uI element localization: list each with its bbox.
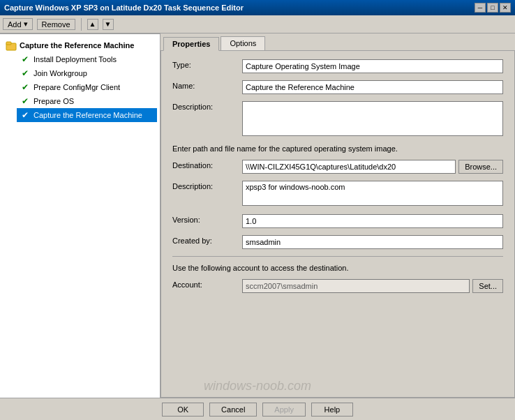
add-button[interactable]: Add ▾ xyxy=(3,18,33,30)
version-label: Version: xyxy=(172,214,242,224)
destination-control: Browse... xyxy=(242,160,503,174)
bottom-bar: windows-noob.com OK Cancel Apply Help xyxy=(0,398,515,420)
tab-content-properties: Type: Name: Description: Enter p xyxy=(161,50,515,398)
check-icon-2: ✔ xyxy=(20,82,31,93)
destination-input[interactable] xyxy=(242,160,456,174)
type-row: Type: xyxy=(172,59,503,73)
tree-item-label-3: Prepare OS xyxy=(33,97,74,105)
destination-label: Destination: xyxy=(172,160,242,170)
tab-options[interactable]: Options xyxy=(221,36,265,50)
tree-item-label-1: Join Workgroup xyxy=(33,69,87,77)
account-input[interactable] xyxy=(242,279,470,293)
check-icon-0: ✔ xyxy=(20,54,31,65)
account-control: Set... xyxy=(242,279,503,293)
title-bar: Capture Windows XP SP3 on Latitude Dx20 … xyxy=(0,0,515,15)
tree-item-label-2: Prepare ConfigMgr Client xyxy=(33,83,120,91)
check-icon-4: ✔ xyxy=(20,110,31,121)
destination-row: Destination: Browse... xyxy=(172,160,503,174)
created-by-label: Created by: xyxy=(172,235,242,245)
browse-button[interactable]: Browse... xyxy=(458,160,503,174)
description-label-top: Description: xyxy=(172,101,242,111)
info-text: Enter path and file name for the capture… xyxy=(172,144,503,153)
root-label: Capture the Reference Machine xyxy=(20,41,134,50)
cancel-button[interactable]: Cancel xyxy=(209,403,257,417)
help-button[interactable]: Help xyxy=(311,403,353,417)
type-input[interactable] xyxy=(242,59,503,73)
name-row: Name: xyxy=(172,80,503,94)
folder-icon xyxy=(6,40,17,51)
tree-item-4[interactable]: ✔ Capture the Reference Machine xyxy=(17,108,157,122)
apply-button[interactable]: Apply xyxy=(262,403,306,417)
tab-properties[interactable]: Properties xyxy=(163,37,219,51)
remove-label: Remove xyxy=(42,20,70,29)
type-label: Type: xyxy=(172,59,242,69)
description-control-top xyxy=(242,101,503,137)
tabs: Properties Options xyxy=(161,33,515,50)
remove-button[interactable]: Remove xyxy=(37,19,75,30)
tree-item-0[interactable]: ✔ Install Deployment Tools xyxy=(17,52,157,66)
description-label-2: Description: xyxy=(172,181,242,190)
version-control xyxy=(242,214,503,228)
section-divider xyxy=(172,256,503,257)
created-by-input[interactable] xyxy=(242,235,503,249)
tree-root-item[interactable]: Capture the Reference Machine xyxy=(3,38,157,52)
description-row-2: Description: xyxy=(172,181,503,207)
account-label: Account: xyxy=(172,279,242,289)
maximize-button[interactable]: □ xyxy=(487,3,498,13)
account-info-text: Use the following account to access the … xyxy=(172,264,503,272)
tree-item-2[interactable]: ✔ Prepare ConfigMgr Client xyxy=(17,80,157,94)
tree-item-1[interactable]: ✔ Join Workgroup xyxy=(17,66,157,80)
toolbar-separator xyxy=(81,18,82,31)
move-up-icon[interactable]: ▲ xyxy=(87,19,98,30)
tree-item-label-0: Install Deployment Tools xyxy=(33,55,117,63)
window-title: Capture Windows XP SP3 on Latitude Dx20 … xyxy=(4,3,244,12)
toolbar: Add ▾ Remove ▲ ▼ xyxy=(0,15,515,33)
name-label: Name: xyxy=(172,80,242,90)
created-by-control xyxy=(242,235,503,249)
tree-item-label-4: Capture the Reference Machine xyxy=(33,111,142,119)
add-dropdown-icon: ▾ xyxy=(24,20,28,29)
created-by-row: Created by: xyxy=(172,235,503,249)
description-textarea-2[interactable] xyxy=(242,181,503,206)
ok-button[interactable]: OK xyxy=(162,403,204,417)
account-row: Account: Set... xyxy=(172,279,503,293)
set-button[interactable]: Set... xyxy=(472,279,503,293)
name-control xyxy=(242,80,503,94)
description-control-2 xyxy=(242,181,503,207)
minimize-button[interactable]: ─ xyxy=(475,3,486,13)
move-down-icon[interactable]: ▼ xyxy=(103,19,114,30)
description-row-top: Description: xyxy=(172,101,503,137)
description-textarea[interactable] xyxy=(242,101,503,136)
version-row: Version: xyxy=(172,214,503,228)
check-icon-1: ✔ xyxy=(20,68,31,79)
window-controls: ─ □ ✕ xyxy=(475,3,511,13)
name-input[interactable] xyxy=(242,80,503,94)
left-panel: Capture the Reference Machine ✔ Install … xyxy=(0,33,161,398)
add-label: Add xyxy=(8,20,22,29)
main-layout: Capture the Reference Machine ✔ Install … xyxy=(0,33,515,398)
check-icon-3: ✔ xyxy=(20,96,31,107)
tree-item-3[interactable]: ✔ Prepare OS xyxy=(17,94,157,108)
version-input[interactable] xyxy=(242,214,503,228)
close-button[interactable]: ✕ xyxy=(500,3,511,13)
tree-children: ✔ Install Deployment Tools ✔ Join Workgr… xyxy=(17,52,157,122)
type-control xyxy=(242,59,503,73)
svg-rect-1 xyxy=(6,42,11,45)
tree-root: Capture the Reference Machine ✔ Install … xyxy=(0,37,160,123)
right-panel: Properties Options Type: Name: xyxy=(161,33,515,398)
